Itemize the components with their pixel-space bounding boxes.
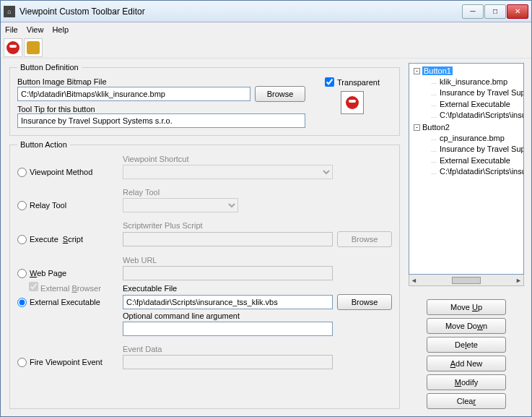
- viewpoint-shortcut-label: Viewpoint Shortcut: [123, 155, 333, 163]
- radio-web-page[interactable]: Web Page: [17, 269, 118, 278]
- bitmap-browse-button[interactable]: Browse: [255, 86, 305, 102]
- tooltip-label: Tool Tip for this button: [17, 105, 305, 113]
- optional-arg-label: Optional command line argument: [123, 311, 333, 320]
- close-button[interactable]: ✕: [507, 4, 528, 19]
- window-title: Viewpoint Custom Toolbar Editor: [19, 7, 462, 17]
- web-url-label: Web URL: [123, 256, 333, 265]
- radio-fire-event[interactable]: Fire Viewpoint Event: [17, 358, 118, 367]
- button-tree[interactable]: -Button1klik_insurance.bmpInsurance by T…: [409, 63, 524, 275]
- action-buttons: Move Up Move Down Delete Add New Modify …: [409, 299, 524, 409]
- maximize-button[interactable]: □: [484, 4, 506, 19]
- app-window: ⌂ Viewpoint Custom Toolbar Editor ─ □ ✕ …: [0, 0, 532, 417]
- content: Button Definition Button Image Bitmap Fi…: [1, 59, 531, 416]
- executable-file-label: Executable File: [123, 284, 333, 293]
- toolbar-button-2[interactable]: [24, 38, 43, 57]
- move-up-button[interactable]: Move Up: [427, 299, 506, 315]
- script-label: Scriptwriter Plus Script: [123, 221, 333, 230]
- radio-external-executable[interactable]: External Executable: [17, 298, 118, 307]
- transparent-checkbox[interactable]: [325, 77, 334, 87]
- scroll-left-icon[interactable]: ◄: [411, 277, 417, 284]
- tree-leaf[interactable]: Insurance by Travel Support Systems s.r.…: [411, 144, 522, 155]
- collapse-icon[interactable]: -: [414, 68, 420, 74]
- event-data-label: Event Data: [123, 345, 333, 353]
- tree-node[interactable]: -Button1: [411, 65, 522, 77]
- tree-node-label[interactable]: Button2: [422, 123, 450, 132]
- menu-help[interactable]: Help: [52, 25, 69, 34]
- optional-arg-input[interactable]: [123, 322, 333, 336]
- left-pane: Button Definition Button Image Bitmap Fi…: [8, 63, 401, 409]
- external-browser-checkbox-label: External Browser: [29, 282, 118, 293]
- menu-view[interactable]: View: [27, 25, 44, 34]
- window-controls: ─ □ ✕: [462, 4, 528, 19]
- red-face-icon: [6, 41, 19, 54]
- button-action-legend: Button Action: [17, 140, 70, 149]
- radio-relay-tool[interactable]: Relay Tool: [17, 201, 118, 210]
- button-definition-legend: Button Definition: [17, 63, 82, 72]
- web-url-input: [123, 266, 333, 280]
- gold-flower-icon: [27, 41, 40, 54]
- move-down-button[interactable]: Move Down: [427, 318, 506, 334]
- menubar: File View Help: [1, 22, 531, 37]
- preview-icon: [346, 96, 359, 109]
- right-pane: -Button1klik_insurance.bmpInsurance by T…: [409, 63, 524, 409]
- radio-viewpoint-method[interactable]: Viewpoint Method: [17, 168, 118, 177]
- viewpoint-shortcut-select: [123, 165, 333, 179]
- bitmap-preview: [341, 91, 364, 114]
- tree-leaf[interactable]: External Executable: [411, 155, 522, 167]
- minimize-button[interactable]: ─: [462, 4, 484, 19]
- tree-leaf[interactable]: C:\fp\datadir\Scripts\insurance_tss_klik…: [411, 110, 522, 121]
- tree-leaf[interactable]: External Executable: [411, 99, 522, 111]
- scroll-right-icon[interactable]: ►: [515, 277, 522, 284]
- button-definition-group: Button Definition Button Image Bitmap Fi…: [9, 63, 400, 136]
- tree-leaf[interactable]: cp_insurance.bmp: [411, 133, 522, 145]
- event-data-input: [123, 355, 333, 369]
- button-action-group: Button Action Viewpoint Shortcut Viewpoi…: [9, 140, 400, 409]
- toolbar: [1, 37, 531, 59]
- scroll-thumb[interactable]: [452, 277, 481, 284]
- tree-leaf[interactable]: C:\fp\datadir\Scripts\insurance_tss_klik…: [411, 166, 522, 178]
- tooltip-input[interactable]: [17, 113, 305, 128]
- tree-leaf[interactable]: Insurance by Travel Support Systems s.r.…: [411, 87, 522, 99]
- script-input: [123, 232, 333, 246]
- clear-button[interactable]: Clear: [427, 393, 506, 409]
- bitmap-file-input[interactable]: [17, 87, 250, 101]
- relay-tool-label: Relay Tool: [123, 188, 333, 197]
- executable-browse-button[interactable]: Browse: [337, 294, 392, 310]
- tree-node-label[interactable]: Button1: [422, 66, 453, 75]
- titlebar: ⌂ Viewpoint Custom Toolbar Editor ─ □ ✕: [1, 1, 531, 22]
- add-new-button[interactable]: Add New: [427, 356, 506, 371]
- toolbar-button-1[interactable]: [4, 38, 22, 57]
- script-browse-button: Browse: [337, 231, 392, 247]
- executable-file-input[interactable]: [123, 295, 333, 309]
- transparent-checkbox-label[interactable]: Transparent: [325, 77, 380, 87]
- tree-hscroll[interactable]: ◄ ►: [409, 275, 524, 286]
- tree-leaf[interactable]: klik_insurance.bmp: [411, 77, 522, 88]
- tree-node[interactable]: -Button2: [411, 121, 522, 133]
- relay-tool-select: [123, 198, 238, 212]
- external-browser-checkbox: [29, 282, 38, 291]
- delete-button[interactable]: Delete: [427, 337, 506, 353]
- app-icon: ⌂: [4, 6, 15, 17]
- radio-execute-script[interactable]: Execute Script: [17, 235, 118, 244]
- collapse-icon[interactable]: -: [414, 124, 420, 131]
- modify-button[interactable]: Modify: [427, 374, 506, 390]
- bitmap-file-label: Button Image Bitmap File: [17, 77, 305, 86]
- menu-file[interactable]: File: [5, 25, 18, 34]
